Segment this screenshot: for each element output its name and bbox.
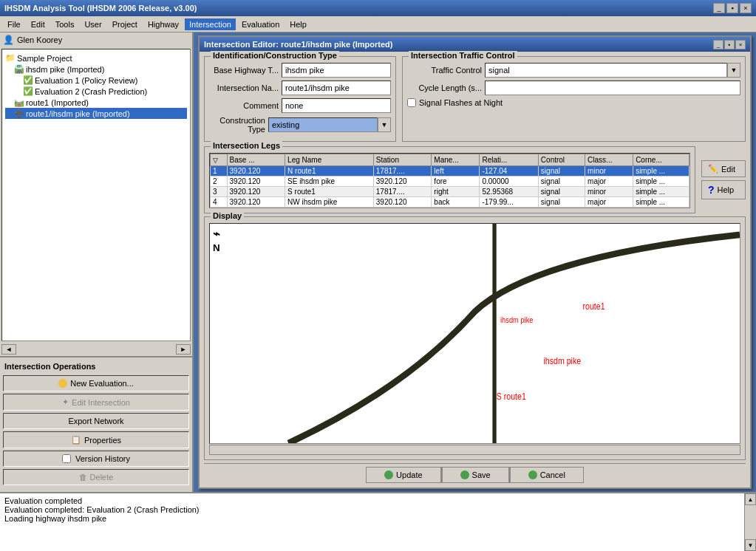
edit-pencil-icon: ✏️ [708,164,718,174]
table-row[interactable]: 43920.120NW ihsdm pike3920.120back-179.9… [211,197,689,208]
update-button[interactable]: Update [366,467,440,483]
menu-help[interactable]: Help [285,18,311,30]
road-visualization: route1 ihsdm pike ihsdm pike S route1 [210,224,740,443]
properties-button[interactable]: 📋 Properties [3,431,189,448]
table-cell: -127.04 [480,166,538,177]
table-cell: simple ... [633,177,689,187]
menu-project[interactable]: Project [108,18,142,30]
menu-file[interactable]: File [3,18,25,30]
signal-flashes-checkbox[interactable] [407,98,416,107]
display-scrollbar[interactable] [209,445,740,455]
construction-type-dropdown-button[interactable]: ▼ [378,117,391,132]
cancel-icon [528,470,537,479]
close-button[interactable]: × [740,3,752,13]
menu-tools[interactable]: Tools [51,18,79,30]
table-cell: signal [538,177,585,187]
help-button[interactable]: ? Help [701,180,746,199]
tree-item-ihsdm[interactable]: 🛣️ ihsdm pike (Imported) [5,64,187,75]
tree-item-eval1[interactable]: ✅ Evaluation 1 (Policy Review) [5,75,187,86]
edit-button[interactable]: ✏️ Edit [701,160,746,177]
menu-edit[interactable]: Edit [27,18,50,30]
version-history-button[interactable]: Version History [3,451,189,467]
save-button[interactable]: Save [442,467,509,483]
tree-view[interactable]: 📁 Sample Project 🛣️ ihsdm pike (Imported… [1,49,191,341]
status-line: Evaluation completed: Evaluation 2 (Cras… [4,505,752,514]
construction-type-input[interactable] [268,117,378,132]
save-icon [460,470,469,479]
eval1-icon: ✅ [23,75,33,85]
col-station[interactable]: Station [373,154,432,166]
table-cell: 3920.120 [227,177,285,187]
comment-input[interactable] [282,98,391,113]
legs-table: ▽ Base ... Leg Name Station Mane... Rela… [210,154,689,208]
delete-button[interactable]: 🗑 Delete [3,469,189,485]
legs-table-header: ▽ Base ... Leg Name Station Mane... Rela… [211,154,689,166]
dialog-close-button[interactable]: × [735,40,746,49]
col-filter: ▽ [211,154,228,166]
table-cell: back [432,197,480,208]
table-row[interactable]: 13920.120N route117817....left-127.04sig… [211,166,689,177]
version-checkbox[interactable] [62,454,71,463]
table-cell: 4 [211,197,228,208]
col-mane[interactable]: Mane... [432,154,480,166]
help-icon: ? [708,184,715,196]
table-cell: 3920.120 [227,187,285,197]
display-title: Display [211,211,244,220]
col-corne[interactable]: Corne... [633,154,689,166]
maximize-button[interactable]: ▪ [726,3,738,13]
filter-icon[interactable]: ▽ [213,157,218,164]
col-legname[interactable]: Leg Name [285,154,374,166]
right-panel: Intersection Editor: route1/ihsdm pike (… [194,32,756,492]
table-cell: N route1 [285,166,374,177]
menu-highway[interactable]: Highway [143,18,183,30]
traffic-control-label: Traffic Control [407,66,485,75]
tree-item-project[interactable]: 📁 Sample Project [5,52,187,64]
menu-intersection[interactable]: Intersection [185,18,236,30]
svg-text:ihsdm pike: ihsdm pike [543,357,581,366]
table-cell: simple ... [633,197,689,208]
base-highway-input[interactable] [282,63,391,78]
tree-item-route1[interactable]: 🛤️ route1 (Imported) [5,97,187,108]
scroll-right-button[interactable]: ► [176,344,191,355]
construction-type-row: Construction Type ▼ [209,116,391,134]
col-control[interactable]: Control [538,154,585,166]
tree-item-intersection[interactable]: ➕ route1/ihsdm pike (Imported) [5,108,187,119]
col-class[interactable]: Class... [585,154,633,166]
traffic-control-row: Traffic Control ▼ [407,63,740,78]
col-base[interactable]: Base ... [227,154,285,166]
identification-title: Identification/Construction Type [211,51,339,60]
cycle-length-input[interactable] [485,81,740,95]
dialog-title: Intersection Editor: route1/ihsdm pike (… [204,40,392,49]
signal-flashes-row: Signal Flashes at Night [407,98,740,107]
status-scrollbar[interactable]: ▲ ▼ [744,493,756,551]
user-icon: 👤 [3,35,14,45]
dialog-restore-button[interactable]: ▪ [724,40,735,49]
table-cell: simple ... [633,166,689,177]
dialog-minimize-button[interactable]: _ [713,40,723,49]
new-evaluation-button[interactable]: New Evaluation... [3,375,189,391]
table-cell: minor [585,166,633,177]
traffic-control-dropdown-button[interactable]: ▼ [727,63,740,78]
status-scroll-up[interactable]: ▲ [745,493,756,505]
intersection-editor-dialog: Intersection Editor: route1/ihsdm pike (… [198,35,752,489]
table-row[interactable]: 23920.120SE ihsdm pike3920.120fore0.0000… [211,177,689,187]
help-label: Help [718,185,735,194]
col-relati[interactable]: Relati... [480,154,538,166]
intersection-name-row: Intersection Na... [209,81,391,95]
table-cell: signal [538,187,585,197]
display-canvas: ⌁N route1 ihsdm pike ihsdm pike S route1 [209,223,740,444]
minimize-button[interactable]: _ [713,3,725,13]
export-network-button[interactable]: Export Network [3,413,189,429]
status-scroll-down[interactable]: ▼ [745,539,756,551]
left-panel: 👤 Glen Koorey 📁 Sample Project 🛣️ ihsdm … [0,32,194,492]
menu-evaluation[interactable]: Evaluation [237,18,284,30]
edit-intersection-button[interactable]: ✦ Edit Intersection [3,394,189,411]
scroll-left-button[interactable]: ◄ [1,344,16,355]
cancel-button[interactable]: Cancel [510,467,584,483]
traffic-control-input[interactable] [485,63,727,78]
table-cell: S route1 [285,187,374,197]
tree-item-eval2[interactable]: ✅ Evaluation 2 (Crash Prediction) [5,86,187,97]
menu-user[interactable]: User [80,18,106,30]
intersection-name-input[interactable] [282,81,391,95]
table-row[interactable]: 33920.120S route117817....right52.95368s… [211,187,689,197]
